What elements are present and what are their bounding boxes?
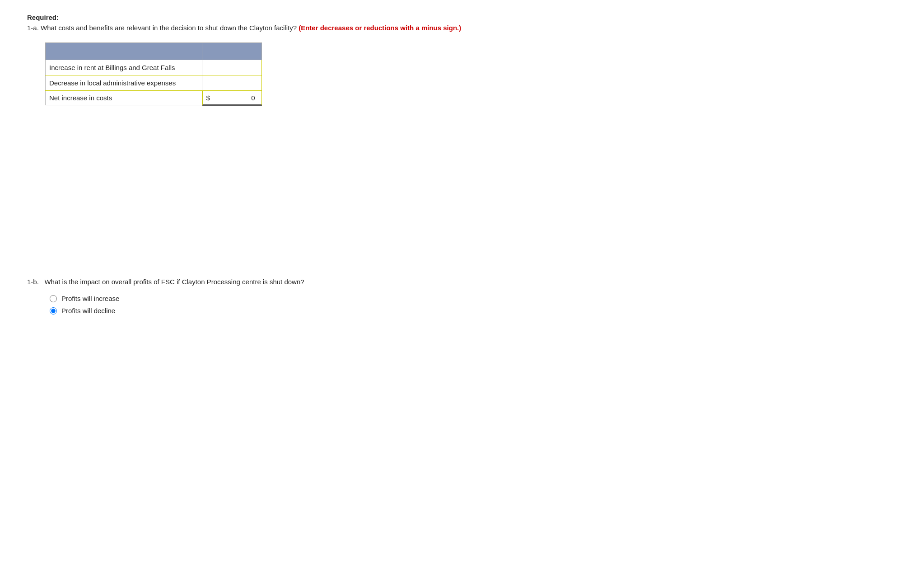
rent-input[interactable] <box>206 63 258 72</box>
empty-space <box>27 124 897 251</box>
radio-label-increase: Profits will increase <box>61 295 119 302</box>
row-label-admin: Decrease in local administrative expense… <box>46 75 202 90</box>
question-1a-text: 1-a. What costs and benefits are relevan… <box>27 24 297 32</box>
row-net-value: $ 0 <box>202 91 262 106</box>
col-header-label <box>46 42 202 60</box>
costs-table: Increase in rent at Billings and Great F… <box>45 42 262 107</box>
radio-profits-increase[interactable] <box>50 295 57 302</box>
col-header-value <box>202 42 262 60</box>
required-label: Required: <box>27 14 897 21</box>
section-1b: 1-b. What is the impact on overall profi… <box>27 278 897 315</box>
table-header-row <box>46 42 262 60</box>
question-1b-prefix: 1-b. <box>27 278 39 286</box>
row-input-rent[interactable] <box>202 60 262 75</box>
admin-input[interactable] <box>206 78 258 88</box>
row-label-net: Net increase in costs <box>46 90 202 106</box>
radio-option-decline[interactable]: Profits will decline <box>50 307 897 315</box>
row-input-admin[interactable] <box>202 75 262 90</box>
table-row net-increase-row: Net increase in costs $ 0 <box>46 90 262 106</box>
table-row: Increase in rent at Billings and Great F… <box>46 60 262 75</box>
table-row: Decrease in local administrative expense… <box>46 75 262 90</box>
question-1a-red: (Enter decreases or reductions with a mi… <box>299 24 461 32</box>
radio-label-decline: Profits will decline <box>61 307 115 315</box>
dollar-sign: $ <box>206 94 210 102</box>
question-1a: 1-a. What costs and benefits are relevan… <box>27 23 897 33</box>
question-1b-text: What is the impact on overall profits of… <box>44 278 304 286</box>
row-label-rent: Increase in rent at Billings and Great F… <box>46 60 202 75</box>
net-value: 0 <box>212 94 258 102</box>
table-container: Increase in rent at Billings and Great F… <box>45 42 897 107</box>
radio-option-increase[interactable]: Profits will increase <box>50 295 897 302</box>
question-1b: 1-b. What is the impact on overall profi… <box>27 278 897 286</box>
radio-profits-decline[interactable] <box>50 307 57 315</box>
radio-group: Profits will increase Profits will decli… <box>50 295 897 315</box>
